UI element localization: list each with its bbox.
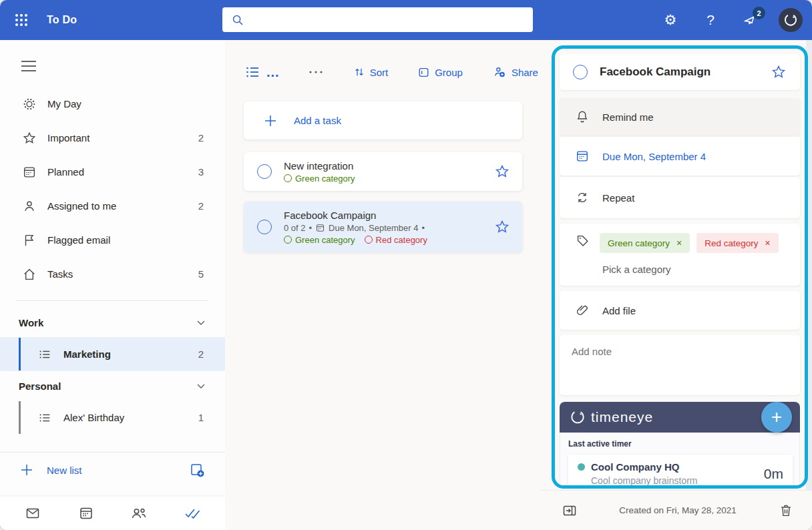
selected-accent-bar <box>19 338 21 370</box>
due-date-row[interactable]: Due Mon, September 4 <box>560 137 800 176</box>
sidebar-item-label: Tasks <box>47 268 73 280</box>
more-options-icon[interactable] <box>308 69 324 75</box>
person-icon <box>22 199 37 214</box>
add-note-placeholder: Add note <box>572 346 788 357</box>
bullet: • <box>422 223 425 233</box>
task-list-pane: ... Sort Group Share Add a task <box>225 40 541 530</box>
list-label: Alex' Birthday <box>63 412 124 423</box>
category-dot-icon <box>284 236 292 244</box>
add-file-row[interactable]: Add file <box>560 291 800 330</box>
sort-arrows-icon <box>353 66 365 78</box>
list-view-icon[interactable] <box>244 64 261 80</box>
sun-icon <box>22 97 37 111</box>
category-red: Red category <box>365 235 427 245</box>
calendar-app-icon[interactable] <box>77 505 95 522</box>
mail-icon[interactable] <box>24 505 41 522</box>
timeneye-widget: timeneye + Last active timer Cool Compan… <box>560 402 800 489</box>
project-color-dot <box>578 463 585 471</box>
add-note-input[interactable]: Add note <box>560 335 800 395</box>
remind-me-row[interactable]: Remind me <box>560 98 800 136</box>
delete-task-button[interactable] <box>775 499 797 522</box>
mark-important-star-icon[interactable] <box>494 219 510 235</box>
todo-app-icon[interactable] <box>184 505 201 522</box>
detail-task-title[interactable]: Facebook Campaign <box>600 65 771 79</box>
sidebar-item-my-day[interactable]: My Day <box>0 87 225 121</box>
sidebar-item-label: Important <box>47 132 89 144</box>
calendar-icon <box>22 165 37 180</box>
group-button[interactable]: Group <box>417 66 463 79</box>
group-icon <box>417 66 430 79</box>
chip-green-category[interactable]: Green category × <box>600 233 690 253</box>
mark-important-star-icon[interactable] <box>494 164 510 180</box>
remove-chip-icon[interactable]: × <box>676 238 682 248</box>
sidebar-item-tasks[interactable]: Tasks 5 <box>0 257 225 291</box>
sidebar-group-work[interactable]: Work <box>0 308 225 337</box>
task-title: Facebook Campaign <box>284 210 494 221</box>
sidebar-item-assigned-to-me[interactable]: Assigned to me 2 <box>0 189 225 223</box>
timeneye-header: timeneye + <box>560 402 800 433</box>
start-timer-plus-button[interactable]: + <box>761 402 792 433</box>
timer-card[interactable]: Cool Company HQ Cool company brainstorm … <box>568 455 793 489</box>
new-list-button[interactable]: New list <box>0 453 225 487</box>
complete-task-circle[interactable] <box>573 65 588 79</box>
repeat-label: Repeat <box>602 192 634 204</box>
mark-important-star-icon[interactable] <box>771 64 787 80</box>
add-task-input[interactable]: Add a task <box>244 101 522 140</box>
remove-chip-icon[interactable]: × <box>765 238 771 248</box>
repeat-icon <box>574 190 590 206</box>
category-dot-icon <box>365 236 373 244</box>
home-icon <box>22 267 37 282</box>
repeat-row[interactable]: Repeat <box>560 177 800 218</box>
sidebar-item-important[interactable]: Important 2 <box>0 121 225 155</box>
share-button[interactable]: Share <box>492 65 538 79</box>
sort-label: Sort <box>370 67 389 78</box>
last-active-timer-label: Last active timer <box>568 439 793 449</box>
plus-icon <box>264 114 277 127</box>
chip-red-category[interactable]: Red category × <box>696 233 778 253</box>
help-icon: ? <box>706 12 715 28</box>
people-icon[interactable] <box>130 505 148 522</box>
pick-category-button[interactable]: Pick a category <box>602 264 800 275</box>
group-indent-bar <box>19 401 21 434</box>
sidebar-group-personal[interactable]: Personal <box>0 371 225 401</box>
group-label: Work <box>19 317 43 328</box>
app-launcher-waffle-icon[interactable] <box>5 4 37 36</box>
complete-task-circle[interactable] <box>257 164 272 179</box>
task-title: New integration <box>284 160 494 172</box>
search-input[interactable] <box>222 7 533 32</box>
task-row-facebook-campaign[interactable]: Facebook Campaign 0 of 2 • Due Mon, Sept… <box>244 202 522 252</box>
account-avatar[interactable] <box>779 8 803 32</box>
sidebar-list-alex-birthday[interactable]: Alex' Birthday 1 <box>0 401 225 435</box>
chevron-down-icon <box>196 380 206 391</box>
settings-button[interactable]: ⚙ <box>658 8 682 32</box>
complete-task-circle[interactable] <box>257 220 272 234</box>
topbar-actions: ⚙ ? 2 <box>658 0 803 40</box>
feedback-button[interactable]: 2 <box>739 8 763 32</box>
timer-project-name: Cool Company HQ <box>591 461 680 473</box>
category-green: Green category <box>284 174 355 184</box>
new-group-icon <box>189 462 205 478</box>
sidebar-item-flagged-email[interactable]: Flagged email <box>0 223 225 257</box>
new-group-button[interactable] <box>188 461 206 479</box>
task-row-new-integration[interactable]: New integration Green category <box>244 152 522 191</box>
task-meta: 0 of 2 • Due Mon, September 4 • <box>284 223 494 233</box>
sidebar-item-label: Planned <box>47 166 84 178</box>
timeneye-body: Last active timer Cool Company HQ Cool c… <box>560 433 800 489</box>
tag-icon <box>574 233 590 249</box>
timeneye-brand: timeneye <box>591 409 653 425</box>
help-button[interactable]: ? <box>698 8 723 32</box>
category-green: Green category <box>284 235 355 245</box>
share-label: Share <box>512 67 538 78</box>
hide-detail-pane-button[interactable] <box>558 499 581 522</box>
share-person-icon <box>492 65 507 79</box>
sidebar-item-planned[interactable]: Planned 3 <box>0 155 225 189</box>
sidebar-divider <box>17 300 208 301</box>
sidebar-list-marketing[interactable]: Marketing 2 <box>0 337 225 371</box>
feedback-badge: 2 <box>753 7 765 19</box>
list-title[interactable]: ... <box>266 69 280 75</box>
flag-icon <box>22 233 37 248</box>
category-dot-icon <box>284 174 292 182</box>
top-app-bar: To Do ⚙ ? 2 <box>0 0 812 40</box>
sort-button[interactable]: Sort <box>353 66 389 78</box>
hamburger-menu-icon[interactable] <box>20 57 40 75</box>
